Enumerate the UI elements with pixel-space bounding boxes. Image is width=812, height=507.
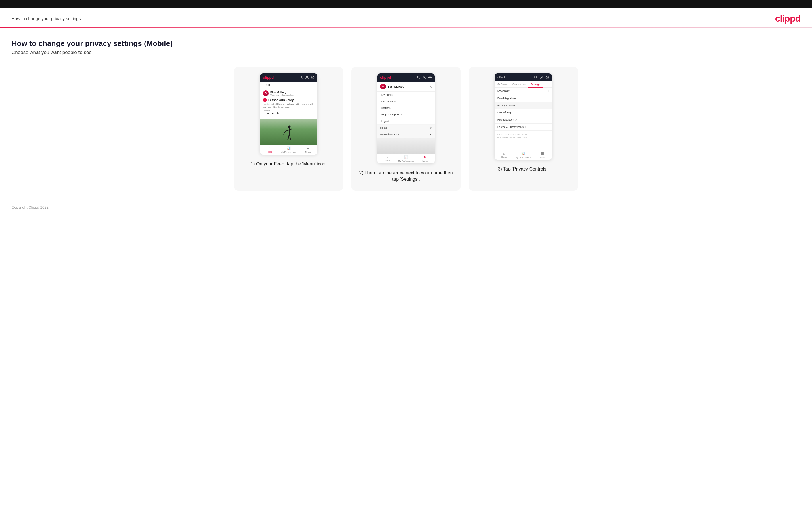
- settings-item-helpsupport[interactable]: Help & Support ↗: [495, 116, 552, 123]
- nav-performance-label-2: My Performance: [398, 160, 414, 162]
- chevron-down-icon: ∨: [430, 126, 432, 129]
- nav-home-3[interactable]: ⌂ Home: [495, 150, 514, 160]
- nav-performance-3[interactable]: 📊 My Performance: [514, 150, 533, 160]
- svg-point-4: [288, 125, 291, 128]
- logo: clippd: [775, 13, 801, 24]
- home-icon-2: ⌂: [386, 155, 388, 159]
- feed-duration-label: Duration: [263, 110, 314, 112]
- version-line2: GQL Server Version: 2022.7.30-1: [498, 136, 549, 139]
- menu-item-helpsupport[interactable]: Help & Support ↗: [377, 111, 435, 118]
- steps-row: clippd Feed: [11, 67, 801, 191]
- tab-myprofile[interactable]: My Profile: [495, 81, 510, 87]
- settings-privacycontrols-label: Privacy Controls: [498, 104, 515, 107]
- chevron-up-icon[interactable]: ∧: [429, 85, 432, 89]
- tab-settings[interactable]: Settings: [528, 81, 543, 88]
- menu-blur-area: [377, 138, 435, 154]
- feed-lesson-title: Lesson with Fordy: [263, 98, 314, 102]
- step-2-description: 2) Then, tap the arrow next to your name…: [358, 170, 454, 183]
- menu-icon-3: ☰: [541, 152, 544, 155]
- menu-item-logout[interactable]: Logout: [377, 118, 435, 125]
- feed-post: B Blair McHarg Yesterday · Sunningdale L…: [260, 88, 317, 119]
- nav-menu-1[interactable]: ☰ Menu: [298, 145, 317, 155]
- menu-item-myprofile[interactable]: My Profile: [377, 92, 435, 98]
- nav-performance-2[interactable]: 📊 My Performance: [397, 154, 416, 163]
- menu-user-info: B Blair McHarg: [380, 83, 405, 89]
- nav-home-1[interactable]: ⌂ Home: [260, 145, 279, 155]
- user-icon-3[interactable]: [540, 75, 544, 79]
- main-content: How to change your privacy settings (Mob…: [0, 27, 812, 196]
- menu-user-name: Blair McHarg: [388, 85, 405, 88]
- svg-point-13: [423, 76, 425, 77]
- back-button[interactable]: ‹ Back: [498, 76, 506, 79]
- phone-topbar-2: clippd: [377, 73, 435, 81]
- settings-myaccount-label: My Account: [498, 90, 510, 93]
- phone-topbar-1: clippd: [260, 73, 317, 81]
- svg-line-8: [289, 134, 291, 139]
- chevron-down-icon-2: ∨: [430, 133, 432, 136]
- settings-spacer: [495, 141, 552, 150]
- menu-section-home[interactable]: Home ∨: [377, 125, 435, 131]
- tab-connections[interactable]: Connections: [510, 81, 528, 87]
- settings-item-serviceprivacy[interactable]: Service & Privacy Policy ↗: [495, 123, 552, 131]
- search-icon-2[interactable]: [416, 75, 420, 79]
- svg-point-14: [429, 77, 430, 78]
- settings-item-myaccount[interactable]: My Account ›: [495, 88, 552, 95]
- home-icon-3: ⌂: [503, 152, 505, 155]
- menu-item-connections[interactable]: Connections: [377, 98, 435, 105]
- feed-username: Blair McHarg: [270, 91, 294, 94]
- settings-icon-2[interactable]: [428, 75, 432, 79]
- chevron-right-icon-3: ›: [548, 104, 549, 107]
- settings-serviceprivacy-label: Service & Privacy Policy ↗: [498, 125, 527, 128]
- nav-home-label-3: Home: [501, 156, 507, 158]
- menu-icon: ☰: [306, 147, 309, 150]
- settings-item-dataintegrations[interactable]: Data Integrations ›: [495, 95, 552, 102]
- phone-bottomnav-2: ⌂ Home 📊 My Performance ✕ Menu: [377, 154, 435, 163]
- settings-item-mygolfbag[interactable]: My Golf Bag ›: [495, 109, 552, 116]
- feed-location: Yesterday · Sunningdale: [270, 94, 294, 96]
- nav-menu-3[interactable]: ☰ Menu: [533, 150, 552, 160]
- menu-section-home-label: Home: [380, 126, 387, 129]
- feed-golf-image: [260, 119, 317, 145]
- nav-menu-2[interactable]: ✕ Menu: [415, 154, 435, 163]
- settings-icon[interactable]: [310, 75, 314, 79]
- settings-item-privacycontrols[interactable]: Privacy Controls ›: [495, 102, 552, 109]
- nav-performance-1[interactable]: 📊 My Performance: [279, 145, 299, 155]
- settings-list: My Account › Data Integrations › Privacy…: [495, 88, 552, 131]
- performance-icon-2: 📊: [404, 155, 408, 159]
- phone-icons-3: [534, 75, 549, 79]
- settings-icon-3[interactable]: [545, 75, 549, 79]
- search-icon[interactable]: [299, 75, 303, 79]
- svg-line-16: [536, 77, 537, 78]
- step-card-2: clippd: [351, 67, 461, 191]
- svg-line-9: [287, 139, 288, 140]
- step-card-1: clippd Feed: [234, 67, 343, 191]
- user-icon[interactable]: [305, 75, 309, 79]
- menu-section-performance[interactable]: My Performance ∨: [377, 131, 435, 138]
- phone-logo-1: clippd: [263, 75, 274, 79]
- search-icon-3[interactable]: [534, 75, 538, 79]
- feed-duration: 01 hr : 30 min: [263, 112, 314, 115]
- settings-mygolfbag-label: My Golf Bag: [498, 111, 511, 114]
- golfer-silhouette: [283, 125, 295, 145]
- home-icon: ⌂: [268, 147, 270, 150]
- settings-version: Clippd Client Version: 2022.8.3-3 GQL Se…: [495, 131, 552, 141]
- lesson-icon: [263, 98, 267, 102]
- settings-back-bar: ‹ Back: [495, 73, 552, 81]
- feed-lesson-desc: Looking to feel like my hands are exitin…: [263, 103, 314, 109]
- nav-performance-label-1: My Performance: [281, 151, 297, 153]
- nav-home-label-1: Home: [266, 151, 272, 153]
- phone-mockup-1: clippd Feed: [260, 73, 317, 155]
- performance-icon-3: 📊: [521, 152, 525, 155]
- feed-avatar: B: [263, 91, 268, 96]
- breadcrumb: How to change your privacy settings: [11, 16, 81, 21]
- nav-menu-label-3: Menu: [540, 156, 545, 159]
- copyright: Copyright Clippd 2022: [11, 205, 49, 210]
- svg-point-0: [300, 76, 302, 78]
- menu-section: Home ∨ My Performance ∨: [377, 125, 435, 138]
- nav-home-2[interactable]: ⌂ Home: [377, 154, 397, 163]
- menu-item-settings[interactable]: Settings: [377, 105, 435, 111]
- user-icon-2[interactable]: [422, 75, 426, 79]
- chevron-right-icon-1: ›: [548, 90, 549, 93]
- page-title: How to change your privacy settings (Mob…: [11, 39, 801, 48]
- header: How to change your privacy settings clip…: [0, 8, 812, 27]
